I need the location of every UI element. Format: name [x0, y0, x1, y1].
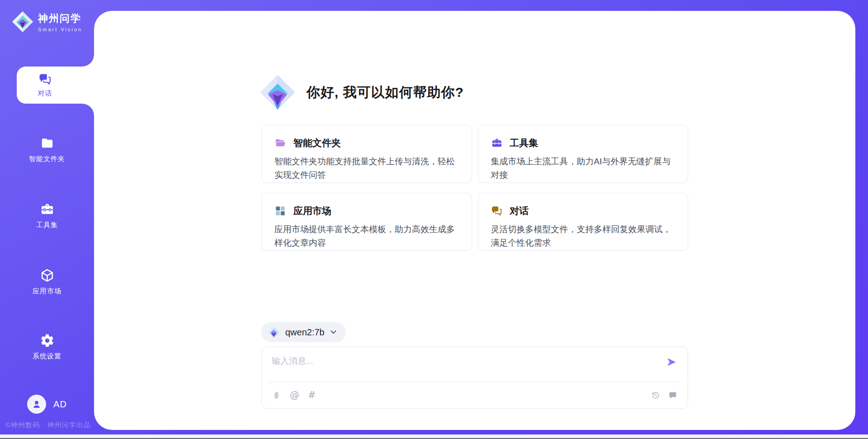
assistant-diamond-icon — [259, 74, 296, 110]
toolbox-icon — [40, 202, 55, 217]
model-diamond-icon — [268, 326, 280, 339]
history-clock-icon — [651, 391, 660, 400]
brand-name: 神州问学 — [38, 12, 82, 25]
sidebar-item-chat[interactable]: 对话 — [17, 67, 94, 104]
card-title: 工具集 — [510, 137, 538, 149]
cube-icon — [40, 268, 55, 283]
send-button[interactable] — [665, 356, 678, 369]
model-name: qwen2:7b — [285, 327, 325, 338]
card-description: 智能文件夹功能支持批量文件上传与清洗，轻松实现文件问答 — [274, 155, 459, 182]
card-title: 应用市场 — [293, 205, 331, 217]
card-toolset[interactable]: 工具集 集成市场上主流工具，助力AI与外界无缝扩展与对接 — [478, 125, 689, 183]
sidebar-item-smart-folder[interactable]: 智能文件夹 — [0, 136, 94, 163]
model-selector[interactable]: qwen2:7b — [261, 322, 346, 342]
greeting: 你好, 我可以如何帮助你? — [259, 74, 688, 110]
main-content: 你好, 我可以如何帮助你? 智能文件夹 智能文件夹功能支持批量文件上传与清洗，轻… — [261, 11, 688, 409]
sidebar-item-toolset[interactable]: 工具集 — [0, 202, 94, 229]
chat-icon — [491, 205, 503, 217]
new-chat-button[interactable] — [668, 391, 678, 400]
person-icon — [31, 398, 42, 410]
attach-button[interactable] — [272, 391, 281, 400]
sidebar-item-app-market[interactable]: 应用市场 — [0, 268, 94, 296]
paperclip-icon — [272, 391, 281, 400]
message-input[interactable] — [262, 347, 688, 381]
copyright-text: ©神州数码 · 神州问学出品 — [5, 421, 96, 429]
brand-subtitle: Smart Vision — [38, 27, 82, 32]
card-smart-folder[interactable]: 智能文件夹 智能文件夹功能支持批量文件上传与清洗，轻松实现文件问答 — [261, 125, 472, 183]
folder-icon — [40, 136, 55, 151]
sidebar-item-label: 智能文件夹 — [29, 155, 65, 163]
send-icon — [665, 356, 677, 368]
folder-open-icon — [274, 137, 286, 149]
message-composer: @ # — [261, 347, 688, 409]
sidebar-item-label: 对话 — [38, 89, 52, 98]
brand-diamond-icon — [12, 11, 33, 33]
card-chat[interactable]: 对话 灵活切换多模型文件，支持多样回复效果调试，满足个性化需求 — [478, 193, 689, 251]
sidebar-item-settings[interactable]: 系统设置 — [0, 333, 94, 361]
at-icon: @ — [290, 391, 299, 400]
avatar — [27, 395, 46, 414]
grid-icon — [274, 205, 286, 217]
user-profile[interactable]: AD — [0, 395, 94, 414]
sidebar-item-label: 系统设置 — [33, 352, 61, 361]
gear-icon — [40, 333, 55, 348]
chat-bubble-icon — [668, 391, 678, 400]
main-panel: 你好, 我可以如何帮助你? 智能文件夹 智能文件夹功能支持批量文件上传与清洗，轻… — [94, 11, 855, 430]
card-title: 对话 — [510, 205, 529, 217]
brand-logo: 神州问学 Smart Vision — [12, 11, 82, 33]
chevron-down-icon — [330, 330, 337, 334]
topic-button[interactable]: # — [308, 391, 316, 400]
greeting-text: 你好, 我可以如何帮助你? — [307, 83, 464, 102]
chat-icon — [38, 72, 52, 86]
mention-button[interactable]: @ — [290, 391, 299, 400]
hash-icon: # — [308, 391, 316, 400]
card-title: 智能文件夹 — [293, 137, 341, 149]
sidebar-item-label: 工具集 — [36, 221, 58, 229]
user-initials: AD — [53, 399, 67, 410]
history-button[interactable] — [651, 391, 660, 400]
sidebar: 神州问学 Smart Vision 对话 智能文件夹 工具集 应 — [0, 0, 94, 439]
toolbox-icon — [491, 137, 503, 149]
suggestion-cards: 智能文件夹 智能文件夹功能支持批量文件上传与清洗，轻松实现文件问答 工具集 集成… — [261, 125, 688, 251]
card-description: 应用市场提供丰富长文本模板，助力高效生成多样化文章内容 — [274, 223, 459, 250]
composer-toolbar: @ # — [262, 382, 688, 408]
card-description: 集成市场上主流工具，助力AI与外界无缝扩展与对接 — [491, 155, 675, 182]
card-app-market[interactable]: 应用市场 应用市场提供丰富长文本模板，助力高效生成多样化文章内容 — [261, 193, 472, 251]
window-bottom-strip — [0, 434, 868, 438]
sidebar-item-label: 应用市场 — [33, 287, 61, 296]
card-description: 灵活切换多模型文件，支持多样回复效果调试，满足个性化需求 — [491, 223, 675, 250]
